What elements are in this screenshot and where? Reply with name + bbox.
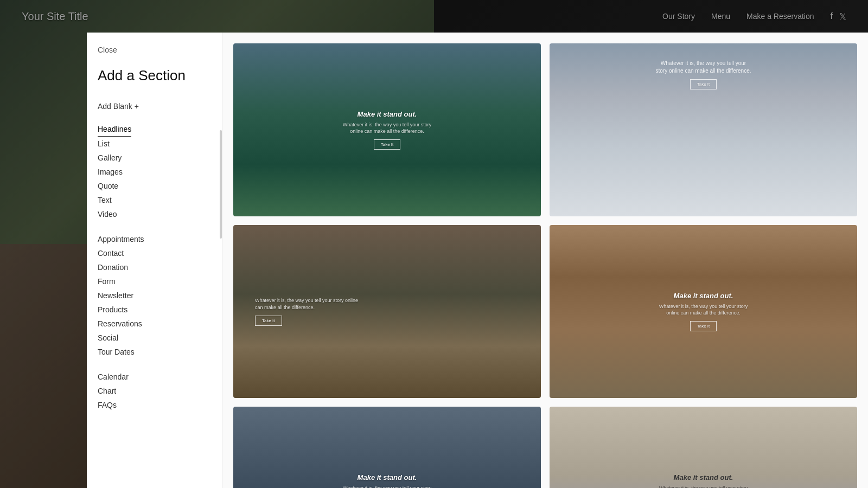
sidebar-item-newsletter[interactable]: Newsletter <box>98 288 211 303</box>
sidebar-scrollbar <box>220 130 222 239</box>
sidebar-item-donation[interactable]: Donation <box>98 260 211 274</box>
template-headline-6: Make it stand out. <box>674 473 733 481</box>
template-card-1[interactable]: Make it stand out. Whatever it is, the w… <box>233 43 541 216</box>
template-subtext-1: Whatever it is, the way you tell your st… <box>339 121 436 135</box>
template-subtext-2: Whatever it is, the way you tell your st… <box>655 60 752 75</box>
template-card-2[interactable]: Whatever it is, the way you tell your st… <box>550 43 857 216</box>
add-section-modal: Close Add a Section Add Blank + Headline… <box>87 33 868 488</box>
template-card-5[interactable]: Make it stand out. Whatever it is, the w… <box>233 407 541 488</box>
template-card-4[interactable]: Make it stand out. Whatever it is, the w… <box>550 225 857 398</box>
sidebar-item-social[interactable]: Social <box>98 331 211 345</box>
close-button[interactable]: Close <box>98 46 211 54</box>
modal-sidebar: Close Add a Section Add Blank + Headline… <box>87 33 222 488</box>
sidebar-item-calendar[interactable]: Calendar <box>98 370 211 384</box>
template-headline-1: Make it stand out. <box>358 110 417 118</box>
sidebar-item-contact[interactable]: Contact <box>98 246 211 260</box>
sidebar-item-reservations[interactable]: Reservations <box>98 317 211 331</box>
template-subtext-4: Whatever it is, the way you tell your st… <box>655 303 752 317</box>
modal-title: Add a Section <box>98 67 211 84</box>
template-card-3[interactable]: Whatever it is, the way you tell your st… <box>233 225 541 398</box>
template-btn-2[interactable]: Take It <box>690 79 717 89</box>
sidebar-item-text[interactable]: Text <box>98 193 211 207</box>
template-overlay-5: Make it stand out. Whatever it is, the w… <box>233 407 541 488</box>
sidebar-item-gallery[interactable]: Gallery <box>98 151 211 165</box>
sidebar-item-headlines[interactable]: Headlines <box>98 122 131 137</box>
template-overlay-3: Whatever it is, the way you tell your st… <box>233 225 541 398</box>
template-card-6[interactable]: Make it stand out. Whatever it is, the w… <box>550 407 857 488</box>
template-btn-3[interactable]: Take It <box>255 316 282 326</box>
template-headline-4: Make it stand out. <box>674 292 733 300</box>
template-overlay-6: Make it stand out. Whatever it is, the w… <box>550 407 857 488</box>
sidebar-item-list[interactable]: List <box>98 137 211 151</box>
template-btn-1[interactable]: Take It <box>374 139 401 150</box>
template-subtext-6: Whatever it is, the way you tell your st… <box>655 485 752 488</box>
sidebar-group-advanced: Calendar Chart FAQs <box>98 370 211 412</box>
sidebar-item-tour-dates[interactable]: Tour Dates <box>98 345 211 359</box>
sidebar-item-chart[interactable]: Chart <box>98 384 211 398</box>
sidebar-item-appointments[interactable]: Appointments <box>98 232 211 246</box>
sidebar-item-video[interactable]: Video <box>98 207 211 221</box>
templates-content-area[interactable]: Make it stand out. Whatever it is, the w… <box>222 33 868 488</box>
template-subtext-3: Whatever it is, the way you tell your st… <box>255 297 363 311</box>
sidebar-item-quote[interactable]: Quote <box>98 179 211 193</box>
template-btn-4[interactable]: Take It <box>690 321 717 331</box>
sidebar-item-form[interactable]: Form <box>98 274 211 288</box>
sidebar-item-products[interactable]: Products <box>98 303 211 317</box>
template-overlay-2: Whatever it is, the way you tell your st… <box>550 43 857 216</box>
sidebar-item-images[interactable]: Images <box>98 165 211 179</box>
add-blank-button[interactable]: Add Blank + <box>98 99 211 113</box>
template-subtext-5: Whatever it is, the way you tell your st… <box>339 485 436 488</box>
sidebar-item-faqs[interactable]: FAQs <box>98 398 211 412</box>
sidebar-group-features: Appointments Contact Donation Form Newsl… <box>98 232 211 359</box>
templates-grid: Make it stand out. Whatever it is, the w… <box>233 43 857 488</box>
template-headline-5: Make it stand out. <box>358 473 417 481</box>
sidebar-group-content: Headlines List Gallery Images Quote Text… <box>98 122 211 221</box>
template-overlay-1: Make it stand out. Whatever it is, the w… <box>233 43 541 216</box>
template-overlay-4: Make it stand out. Whatever it is, the w… <box>550 225 857 398</box>
